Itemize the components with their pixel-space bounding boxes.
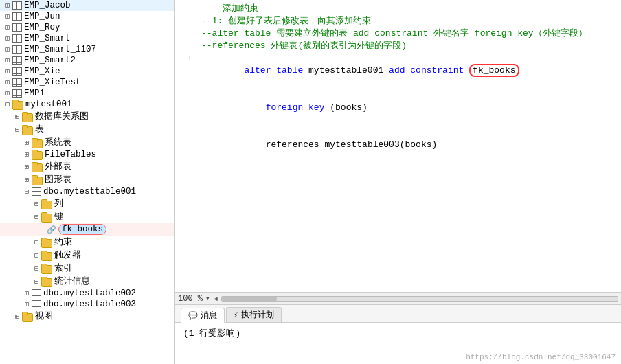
sidebar-label: EMP_Smart_1107 — [24, 45, 96, 54]
scroll-thumb — [222, 297, 277, 301]
toggle-emp-jacob[interactable]: ⊞ — [3, 1, 12, 10]
sidebar-item-dbo-mytest001[interactable]: ⊟ dbo.mytesttable001 — [0, 186, 174, 197]
sidebar-item-tables[interactable]: ⊟ 表 — [0, 123, 174, 136]
sidebar-label: 表 — [35, 124, 44, 135]
table-icon — [12, 56, 22, 65]
sidebar-item-indexes[interactable]: ⊞ 索引 — [0, 262, 174, 275]
table-icon — [12, 67, 22, 76]
table-icon — [12, 78, 22, 87]
line-content: --1: 创建好了表后修改表，向其添加约束 — [201, 15, 621, 27]
sidebar-item-dbo-mytest003[interactable]: ⊞ dbo.mytesttable003 — [0, 299, 174, 310]
sidebar-item-emp-roy[interactable]: ⊞ EMP_Roy — [0, 22, 174, 33]
table-icon — [12, 45, 22, 54]
folder-icon — [12, 100, 23, 109]
sidebar-item-dbo-mytest002[interactable]: ⊞ dbo.mytesttable002 — [0, 288, 174, 299]
sidebar-label: EMP_Jun — [24, 12, 60, 21]
tab-execution-label: 执行计划 — [241, 309, 274, 321]
line-number: □ — [181, 52, 201, 65]
references-text — [244, 139, 265, 150]
messages-icon: 💬 — [188, 311, 198, 320]
sidebar-label: 键 — [54, 211, 63, 223]
scroll-left-button[interactable]: ◂ — [213, 293, 221, 304]
table-icon — [12, 89, 22, 98]
sidebar-item-graphtables[interactable]: ⊞ 图形表 — [0, 173, 174, 186]
sidebar-label: 触发器 — [54, 249, 81, 261]
line-content: --alter table 需要建立外键的表 add constraint 外键… — [201, 27, 621, 40]
table-icon — [12, 12, 22, 21]
editor-line-references: references mytesttable003(books) — [181, 126, 621, 163]
folder-icon — [22, 125, 33, 135]
scrollbar-row: 100 % ▾ ◂ — [175, 293, 621, 305]
editor[interactable]: 添加约束 --1: 创建好了表后修改表，向其添加约束 --alter table… — [175, 0, 621, 293]
table-icon — [12, 23, 22, 32]
fk-books-label: fk books — [58, 224, 106, 235]
folder-icon — [22, 312, 33, 321]
output-result: (1 行受影响) — [183, 328, 240, 339]
sidebar-label: EMP_XieTest — [24, 78, 81, 87]
editor-line: --1: 创建好了表后修改表，向其添加约束 — [181, 15, 621, 27]
sidebar-label: EMP_Jacob — [24, 1, 71, 10]
zoom-dropdown[interactable]: ▾ — [205, 294, 210, 303]
editor-line: --alter table 需要建立外键的表 add constraint 外键… — [181, 27, 621, 40]
sidebar-label: 图形表 — [45, 174, 71, 185]
sidebar-item-dbrelation[interactable]: ⊞ 数据库关系图 — [0, 110, 174, 123]
sidebar-item-emp-jun[interactable]: ⊞ EMP_Jun — [0, 11, 174, 22]
folder-icon — [41, 238, 52, 247]
tabs-row: 💬 消息 ⚡ 执行计划 — [175, 305, 621, 323]
sidebar-item-stats[interactable]: ⊞ 统计信息 — [0, 275, 174, 288]
sidebar-item-emp-smart-1107[interactable]: ⊞ EMP_Smart_1107 — [0, 44, 174, 55]
editor-line: 添加约束 — [181, 3, 621, 15]
sidebar-item-cols[interactable]: ⊞ 列 — [0, 197, 174, 210]
sidebar-item-systables[interactable]: ⊞ 系统表 — [0, 136, 174, 149]
folder-icon — [32, 162, 43, 172]
folder-icon — [22, 112, 33, 122]
sidebar-label: mytest001 — [25, 100, 72, 109]
folder-icon — [41, 251, 52, 260]
line-content: alter table mytesttable001 add constrain… — [201, 52, 621, 89]
sidebar-item-mytest001[interactable]: ⊟ mytest001 — [0, 99, 174, 110]
tab-messages[interactable]: 💬 消息 — [181, 308, 225, 323]
table-icon — [12, 1, 22, 10]
folder-icon — [32, 150, 43, 159]
sidebar-item-fk-books[interactable]: 🔗 fk books — [0, 223, 174, 236]
sidebar-item-emp-xie[interactable]: ⊞ EMP_Xie — [0, 66, 174, 77]
sidebar-item-views[interactable]: ⊞ 视图 — [0, 310, 174, 323]
sidebar-label: EMP_Roy — [24, 23, 60, 32]
line-content: --references 外键表(被别的表引为外键的字段) — [201, 40, 621, 52]
table-icon — [12, 34, 22, 43]
sidebar-label: 列 — [54, 198, 63, 209]
sidebar-label: EMP_Xie — [24, 67, 60, 76]
sidebar-label: 视图 — [35, 310, 53, 322]
tab-messages-label: 消息 — [201, 310, 217, 321]
line-content: foreign key (books) — [201, 89, 621, 126]
folder-icon — [32, 138, 43, 148]
sidebar-label: dbo.mytesttable002 — [43, 288, 136, 298]
sidebar-label: dbo.mytesttable003 — [43, 299, 136, 309]
sidebar-label: 系统表 — [45, 137, 71, 148]
sidebar: ⊞ EMP_Jacob ⊞ EMP_Jun ⊞ EMP_Roy ⊞ EMP_Sm… — [0, 0, 175, 364]
line-content: references mytesttable003(books) — [201, 126, 621, 163]
sidebar-label: EMP_Smart2 — [24, 56, 76, 65]
sidebar-item-emp-jacob[interactable]: ⊞ EMP_Jacob — [0, 0, 174, 11]
sidebar-item-emp-smart2[interactable]: ⊞ EMP_Smart2 — [0, 55, 174, 66]
table-icon — [32, 289, 41, 297]
folder-icon — [41, 277, 52, 286]
horizontal-scrollbar[interactable] — [221, 296, 618, 302]
tab-execution-plan[interactable]: ⚡ 执行计划 — [226, 307, 282, 322]
sidebar-item-emp-xietest[interactable]: ⊞ EMP_XieTest — [0, 77, 174, 88]
table-icon — [32, 300, 41, 308]
sidebar-item-constraints[interactable]: ⊞ 约束 — [0, 236, 174, 249]
sidebar-label: 索引 — [54, 262, 72, 274]
sidebar-item-emp-smart[interactable]: ⊞ EMP_Smart — [0, 33, 174, 44]
folder-icon — [41, 212, 52, 222]
right-panel: 添加约束 --1: 创建好了表后修改表，向其添加约束 --alter table… — [175, 0, 621, 364]
editor-line-fk: foreign key (books) — [181, 89, 621, 126]
sidebar-item-external[interactable]: ⊞ 外部表 — [0, 160, 174, 173]
sidebar-item-keys[interactable]: ⊟ 键 — [0, 210, 174, 223]
watermark: https://blog.csdn.net/qq_33001647 — [466, 353, 616, 361]
table-icon — [32, 187, 41, 196]
sidebar-item-triggers[interactable]: ⊞ 触发器 — [0, 249, 174, 262]
sidebar-item-filetables[interactable]: ⊞ FileTables — [0, 149, 174, 160]
sidebar-label: 约束 — [54, 236, 72, 248]
sidebar-item-emp1[interactable]: ⊞ EMP1 — [0, 88, 174, 99]
